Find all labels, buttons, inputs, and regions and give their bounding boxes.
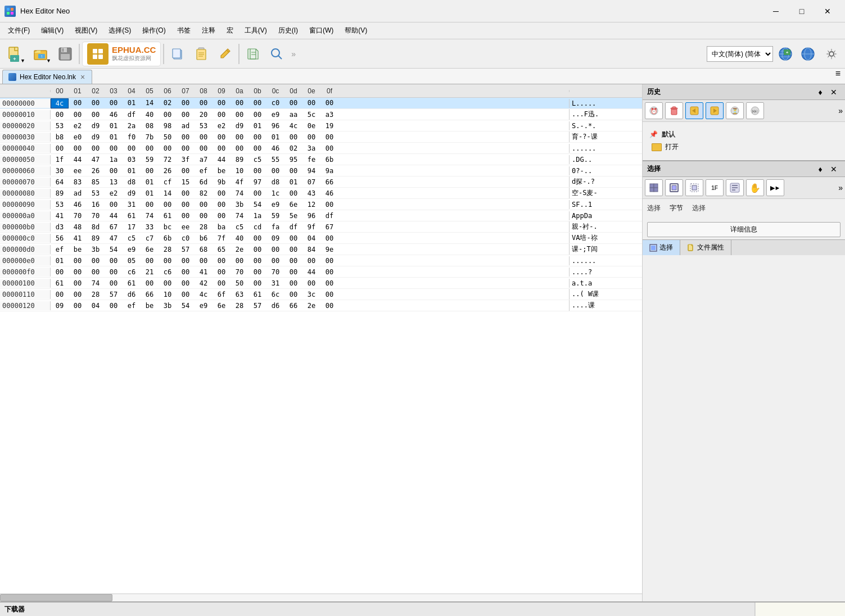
hex-byte-cell[interactable]: d9 — [87, 133, 105, 142]
hex-byte-cell[interactable]: d6 — [266, 301, 284, 310]
hex-byte-cell[interactable]: 66 — [284, 301, 302, 310]
hex-byte-cell[interactable]: 00 — [231, 256, 248, 265]
toolbar-settings[interactable] — [820, 43, 843, 65]
history-item-open[interactable]: 打开 — [647, 141, 841, 153]
hex-byte-cell[interactable]: 00 — [177, 110, 195, 119]
menu-edit[interactable]: 编辑(V) — [35, 24, 69, 38]
hex-byte-cell[interactable]: 41 — [195, 268, 213, 277]
hex-byte-cell[interactable]: 00 — [266, 166, 284, 175]
toolbar-paste[interactable] — [190, 43, 213, 65]
history-forward-btn[interactable]: ⏳ — [726, 102, 744, 119]
hex-byte-cell[interactable]: 00 — [248, 279, 266, 288]
history-expand-btn[interactable]: » — [838, 106, 843, 115]
hex-byte-cell[interactable]: 6e — [213, 301, 231, 310]
menu-ops[interactable]: 操作(O) — [137, 24, 171, 38]
hex-byte-cell[interactable]: 3b — [231, 200, 248, 209]
hex-byte-cell[interactable]: e0 — [69, 133, 87, 142]
hex-byte-cell[interactable]: 89 — [87, 234, 105, 243]
hex-byte-cell[interactable]: 00 — [213, 189, 231, 198]
hex-byte-cell[interactable]: 09 — [51, 301, 69, 310]
hex-byte-cell[interactable]: 46 — [320, 189, 338, 198]
menu-annotations[interactable]: 注释 — [196, 24, 221, 38]
hex-byte-cell[interactable]: 15 — [177, 178, 195, 187]
tab-menu-btn[interactable]: ≡ — [831, 69, 845, 84]
hex-byte-cell[interactable]: 10 — [159, 290, 177, 299]
hex-byte-cell[interactable]: 10 — [231, 166, 248, 175]
hex-byte-cell[interactable]: 70 — [87, 211, 105, 220]
hex-byte-cell[interactable]: be — [213, 166, 231, 175]
sel-btn-2[interactable] — [665, 179, 683, 196]
menu-tools[interactable]: 工具(V) — [239, 24, 273, 38]
hex-byte-cell[interactable]: 83 — [69, 178, 87, 187]
menu-file[interactable]: 文件(F) — [2, 24, 35, 38]
toolbar-pencil[interactable] — [214, 43, 236, 65]
hex-byte-cell[interactable]: 00 — [320, 133, 338, 142]
hex-byte-cell[interactable]: 00 — [213, 133, 231, 142]
hex-byte-cell[interactable]: 19 — [320, 121, 338, 130]
hex-byte-cell[interactable]: 00 — [177, 133, 195, 142]
hex-byte-cell[interactable]: 43 — [302, 189, 320, 198]
hex-byte-cell[interactable]: 28 — [195, 223, 213, 232]
hex-byte-cell[interactable]: e2 — [69, 121, 87, 130]
hex-byte-cell[interactable]: 33 — [141, 223, 159, 232]
hex-byte-cell[interactable]: ef — [123, 301, 141, 310]
hex-byte-cell[interactable]: 00 — [320, 301, 338, 310]
toolbar-new[interactable]: + ▼ — [2, 43, 27, 65]
hex-byte-cell[interactable]: 01 — [123, 98, 141, 108]
hex-byte-cell[interactable]: d9 — [123, 189, 141, 198]
hex-byte-cell[interactable]: 89 — [231, 155, 248, 164]
hex-byte-cell[interactable]: 00 — [213, 211, 231, 220]
hex-byte-cell[interactable]: 04 — [302, 234, 320, 243]
hex-byte-cell[interactable]: df — [284, 223, 302, 232]
table-row[interactable]: 000000f000000000c621c6004100700070004400… — [0, 266, 642, 278]
hex-byte-cell[interactable]: 00 — [213, 98, 231, 108]
hex-byte-cell[interactable]: e9 — [266, 200, 284, 209]
history-skip-btn[interactable]: ⏭ — [746, 102, 764, 119]
selection-expand-btn[interactable]: » — [838, 183, 843, 192]
hex-byte-cell[interactable]: 01 — [123, 166, 141, 175]
hex-byte-cell[interactable]: 00 — [141, 256, 159, 265]
hex-byte-cell[interactable]: 74 — [231, 189, 248, 198]
hex-byte-cell[interactable]: 2a — [123, 121, 141, 130]
hex-byte-cell[interactable]: 00 — [248, 245, 266, 254]
hex-byte-cell[interactable]: 00 — [177, 268, 195, 277]
hex-byte-cell[interactable]: 70 — [231, 268, 248, 277]
history-next-btn[interactable] — [706, 102, 724, 119]
hex-byte-cell[interactable]: 14 — [141, 98, 159, 108]
hex-byte-cell[interactable]: d3 — [51, 223, 69, 232]
hex-byte-cell[interactable]: 28 — [87, 290, 105, 299]
hex-byte-cell[interactable]: aa — [284, 110, 302, 119]
hex-byte-cell[interactable]: 41 — [69, 234, 87, 243]
hex-byte-cell[interactable]: 00 — [213, 144, 231, 153]
history-prev-btn[interactable] — [685, 102, 703, 119]
hex-byte-cell[interactable]: 5c — [302, 110, 320, 119]
hex-byte-cell[interactable]: 68 — [195, 245, 213, 254]
hex-byte-cell[interactable]: 54 — [105, 245, 123, 254]
hex-byte-cell[interactable]: 16 — [87, 200, 105, 209]
hex-byte-cell[interactable]: 00 — [177, 144, 195, 153]
hex-byte-cell[interactable]: 00 — [320, 144, 338, 153]
minimize-button[interactable]: ─ — [763, 2, 789, 20]
hex-byte-cell[interactable]: 97 — [248, 178, 266, 187]
sel-btn-4[interactable]: 1F — [706, 179, 724, 196]
hex-byte-cell[interactable]: 00 — [51, 290, 69, 299]
hex-byte-cell[interactable]: 26 — [159, 166, 177, 175]
hex-byte-cell[interactable]: be — [141, 301, 159, 310]
hex-byte-cell[interactable]: 14 — [159, 189, 177, 198]
hex-byte-cell[interactable]: 6c — [266, 290, 284, 299]
hex-byte-cell[interactable]: 00 — [320, 200, 338, 209]
hex-byte-cell[interactable]: 00 — [177, 290, 195, 299]
hex-byte-cell[interactable]: 6b — [320, 155, 338, 164]
history-undo-btn[interactable]: ⏰ — [645, 102, 663, 119]
hex-byte-cell[interactable]: ee — [177, 223, 195, 232]
hex-byte-cell[interactable]: bc — [159, 223, 177, 232]
hex-byte-cell[interactable]: 00 — [248, 256, 266, 265]
hex-byte-cell[interactable]: 00 — [302, 133, 320, 142]
table-row[interactable]: 0000001000000046df40000020000000e9aa5ca3… — [0, 109, 642, 120]
hex-byte-cell[interactable]: 31 — [123, 200, 141, 209]
hex-byte-cell[interactable]: c7 — [141, 234, 159, 243]
hex-byte-cell[interactable]: 74 — [231, 211, 248, 220]
hex-byte-cell[interactable]: df — [123, 110, 141, 119]
sel-btn-1[interactable] — [645, 179, 663, 196]
hex-byte-cell[interactable]: 00 — [177, 189, 195, 198]
